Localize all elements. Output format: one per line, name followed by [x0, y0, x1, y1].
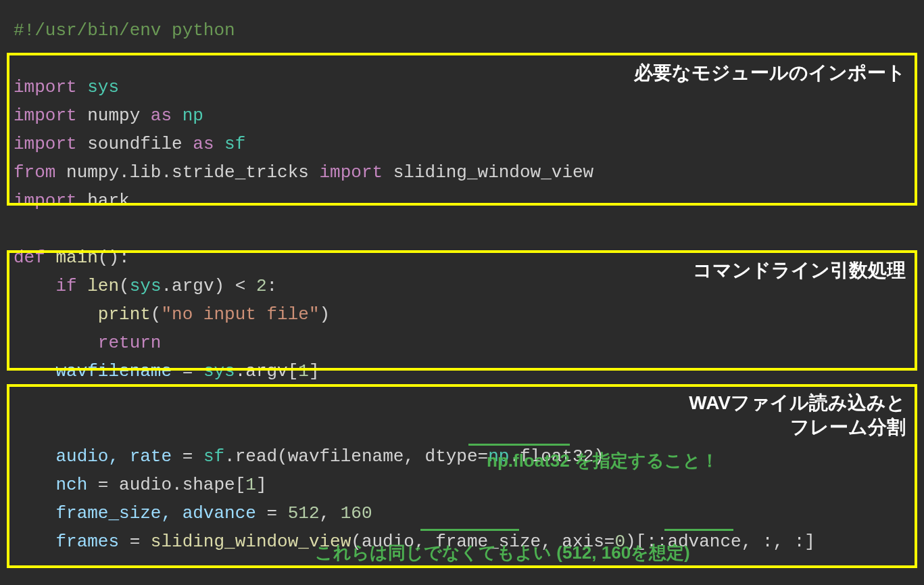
- line-frame-size: frame_size, advance = 512, 160: [14, 499, 815, 528]
- line-def-main: def main():: [14, 243, 815, 272]
- blank-line: [14, 45, 815, 73]
- line-import-numpy: import numpy as np: [14, 101, 815, 130]
- blank-line: [14, 414, 815, 442]
- line-import-hark: import hark: [14, 187, 815, 215]
- blank-line: [14, 385, 815, 414]
- code-slide: #!/usr/bin/env python import sys import …: [0, 0, 924, 585]
- code-block: #!/usr/bin/env python import sys import …: [0, 0, 829, 572]
- line-audio: audio, rate = sf.read(wavfilename, dtype…: [14, 442, 815, 471]
- shebang: #!/usr/bin/env python: [14, 20, 235, 41]
- line-shebang: #!/usr/bin/env python: [14, 16, 815, 45]
- line-frames: frames = sliding_window_view(audio, fram…: [14, 528, 815, 556]
- line-nch: nch = audio.shape[1]: [14, 471, 815, 499]
- line-import-sys: import sys: [14, 73, 815, 101]
- line-from-numpy: from numpy.lib.stride_tricks import slid…: [14, 158, 815, 187]
- line-print: print("no input file"): [14, 300, 815, 329]
- blank-line: [14, 215, 815, 243]
- line-import-soundfile: import soundfile as sf: [14, 130, 815, 158]
- line-return: return: [14, 329, 815, 357]
- line-if: if len(sys.argv) < 2:: [14, 272, 815, 300]
- line-wavfilename: wavfilename = sys.argv[1]: [14, 357, 815, 385]
